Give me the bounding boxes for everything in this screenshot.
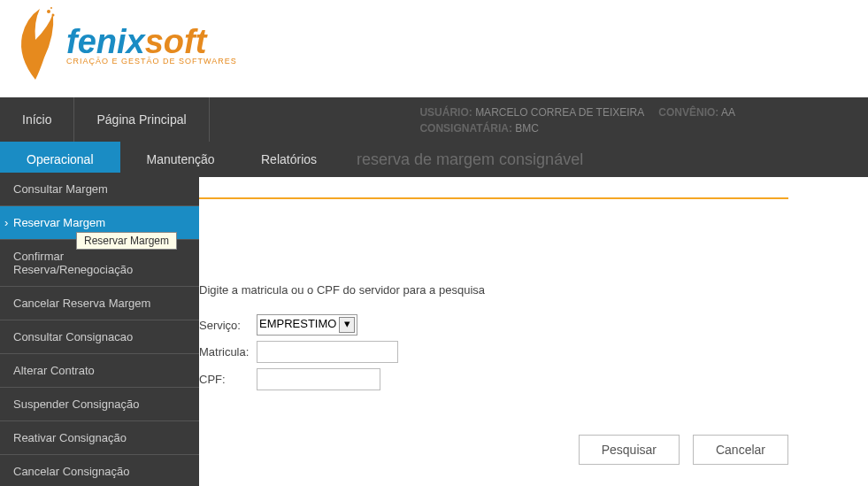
sidebar-item-cancelar-consignacao[interactable]: Cancelar Consignação: [0, 455, 199, 486]
svg-point-1: [52, 14, 55, 17]
matricula-input[interactable]: [257, 341, 398, 363]
servico-select[interactable]: EMPRESTIMO ▾: [257, 314, 357, 336]
usuario-label: USUÁRIO:: [419, 106, 472, 119]
logo-icon: [9, 4, 62, 84]
logo-name: fenixsoft: [66, 23, 237, 61]
page-title: reserva de margem consignável: [357, 150, 583, 169]
logo-soft: soft: [145, 23, 207, 60]
subnav-relatorios[interactable]: Relatórios: [234, 142, 343, 177]
subnav-operacional[interactable]: Operacional: [0, 142, 120, 177]
nav-inicio[interactable]: Início: [0, 97, 74, 142]
form-instruction: Digite a matricula ou o CPF do servidor …: [199, 283, 788, 297]
usuario-value: MARCELO CORREA DE TEIXEIRA: [475, 106, 644, 119]
consignataria-label: CONSIGNATÁRIA:: [419, 122, 511, 135]
form-row-servico: Serviço: EMPRESTIMO ▾: [199, 314, 788, 336]
cpf-input[interactable]: [257, 368, 380, 390]
content-area: Digite a matricula ou o CPF do servidor …: [199, 283, 788, 465]
form-row-matricula: Matricula:: [199, 341, 788, 363]
sidebar-item-cancelar-reserva[interactable]: Cancelar Reserva Margem: [0, 287, 199, 320]
sidebar-item-consultar-margem[interactable]: Consultar Margem: [0, 173, 199, 206]
logo: fenixsoft CRIAÇÃO E GESTÃO DE SOFTWARES: [9, 4, 868, 84]
convenio-value: AA: [721, 106, 735, 119]
top-nav: Início Página Principal USUÁRIO: MARCELO…: [0, 97, 868, 142]
user-info: USUÁRIO: MARCELO CORREA DE TEIXEIRA CONV…: [419, 104, 735, 136]
sidebar-item-alterar-contrato[interactable]: Alterar Contrato: [0, 354, 199, 388]
chevron-down-icon[interactable]: ▾: [339, 317, 355, 333]
logo-area: fenixsoft CRIAÇÃO E GESTÃO DE SOFTWARES: [0, 0, 868, 97]
servico-label: Serviço:: [199, 319, 257, 332]
sidebar: Consultar Margem Reservar Margem Reserva…: [0, 173, 199, 486]
svg-point-0: [47, 10, 50, 13]
consignataria-value: BMC: [515, 122, 539, 135]
svg-point-2: [50, 7, 52, 9]
logo-text: fenixsoft CRIAÇÃO E GESTÃO DE SOFTWARES: [66, 23, 237, 66]
pesquisar-button[interactable]: Pesquisar: [579, 435, 680, 465]
logo-fenix: fenix: [66, 23, 145, 60]
convenio-label: CONVÊNIO:: [658, 106, 718, 119]
subnav-manutencao[interactable]: Manutenção: [120, 142, 242, 177]
sidebar-item-consultar-consignacao[interactable]: Consultar Consignacao: [0, 320, 199, 354]
sidebar-item-reativar-consignacao[interactable]: Reativar Consignação: [0, 421, 199, 455]
form-row-cpf: CPF:: [199, 368, 788, 390]
nav-pagina-principal[interactable]: Página Principal: [74, 97, 209, 142]
cpf-label: CPF:: [199, 373, 257, 386]
divider-line: [199, 197, 788, 199]
page-header: Relatórios reserva de margem consignável: [234, 142, 583, 177]
tooltip: Reservar Margem: [76, 232, 177, 250]
button-row: Pesquisar Cancelar: [199, 435, 788, 465]
sidebar-item-suspender-consignacao[interactable]: Suspender Consignação: [0, 388, 199, 421]
matricula-label: Matricula:: [199, 345, 257, 359]
servico-value: EMPRESTIMO: [259, 317, 336, 330]
cancelar-button[interactable]: Cancelar: [693, 435, 788, 465]
logo-tagline: CRIAÇÃO E GESTÃO DE SOFTWARES: [66, 57, 237, 66]
